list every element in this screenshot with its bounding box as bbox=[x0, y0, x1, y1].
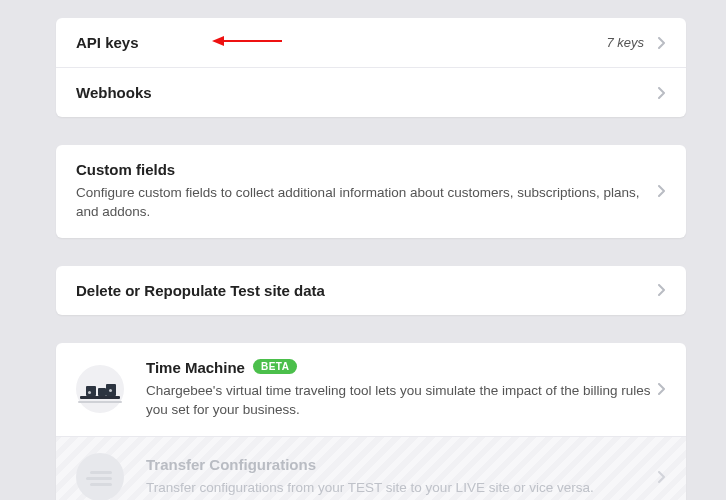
settings-card-tools: Time Machine BETA Chargebee's virtual ti… bbox=[56, 343, 686, 500]
chevron-right-icon bbox=[658, 87, 666, 99]
time-machine-icon bbox=[76, 365, 124, 413]
row-time-machine[interactable]: Time Machine BETA Chargebee's virtual ti… bbox=[56, 343, 686, 436]
settings-card-delete-repop: Delete or Repopulate Test site data bbox=[56, 266, 686, 315]
row-title: Custom fields bbox=[76, 161, 658, 178]
row-main: Webhooks bbox=[76, 84, 658, 101]
chevron-right-icon bbox=[658, 284, 666, 296]
chevron-right-icon bbox=[658, 471, 666, 483]
row-desc: Transfer configurations from your TEST s… bbox=[146, 479, 658, 498]
chevron-right-icon bbox=[658, 37, 666, 49]
chevron-right-icon bbox=[658, 185, 666, 197]
row-title: Webhooks bbox=[76, 84, 658, 101]
row-webhooks[interactable]: Webhooks bbox=[56, 67, 686, 117]
chevron-right-icon bbox=[658, 383, 666, 395]
row-api-keys[interactable]: API keys 7 keys bbox=[56, 18, 686, 67]
row-delete-repopulate[interactable]: Delete or Repopulate Test site data bbox=[56, 266, 686, 315]
row-desc: Configure custom fields to collect addit… bbox=[76, 184, 658, 222]
settings-card-api: API keys 7 keys Webhooks bbox=[56, 18, 686, 117]
row-main: Custom fields Configure custom fields to… bbox=[76, 161, 658, 222]
row-desc: Chargebee's virtual time traveling tool … bbox=[146, 382, 658, 420]
transfer-icon bbox=[76, 453, 124, 500]
api-keys-count: 7 keys bbox=[606, 35, 644, 50]
row-title: Delete or Repopulate Test site data bbox=[76, 282, 658, 299]
beta-badge: BETA bbox=[253, 359, 297, 374]
settings-card-custom-fields: Custom fields Configure custom fields to… bbox=[56, 145, 686, 238]
row-title: Transfer Configurations bbox=[146, 456, 658, 473]
row-transfer-configurations[interactable]: Transfer Configurations Transfer configu… bbox=[56, 436, 686, 500]
row-title: API keys bbox=[76, 34, 606, 51]
row-main: Delete or Repopulate Test site data bbox=[76, 282, 658, 299]
row-title: Time Machine bbox=[146, 359, 245, 376]
row-main: Transfer Configurations Transfer configu… bbox=[146, 456, 658, 498]
row-custom-fields[interactable]: Custom fields Configure custom fields to… bbox=[56, 145, 686, 238]
row-main: Time Machine BETA Chargebee's virtual ti… bbox=[146, 359, 658, 420]
row-main: API keys bbox=[76, 34, 606, 51]
